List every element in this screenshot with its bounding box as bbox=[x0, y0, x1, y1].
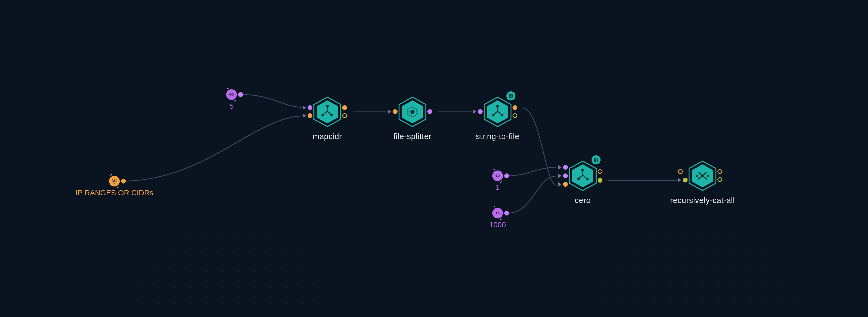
output-port[interactable] bbox=[238, 92, 243, 97]
hexagon-icon bbox=[567, 160, 599, 192]
param-thousand[interactable]: 1000 bbox=[492, 208, 503, 219]
node-label: recursively-cat-all bbox=[670, 196, 735, 205]
input-port[interactable] bbox=[563, 173, 568, 178]
param-one[interactable]: 1 bbox=[492, 171, 503, 181]
input-port[interactable] bbox=[308, 105, 312, 110]
output-port[interactable] bbox=[427, 109, 432, 114]
hexagon-icon bbox=[311, 96, 343, 128]
svg-marker-2 bbox=[317, 100, 338, 123]
svg-point-5 bbox=[331, 114, 333, 116]
svg-point-17 bbox=[582, 169, 584, 171]
code-icon bbox=[226, 89, 237, 100]
input-arrow-icon bbox=[473, 110, 476, 114]
code-icon bbox=[492, 171, 503, 181]
param-label: IP RANGES OR CIDRs bbox=[75, 189, 153, 197]
node-label: cero bbox=[575, 196, 591, 205]
output-port[interactable] bbox=[513, 113, 517, 118]
svg-point-23 bbox=[707, 175, 709, 177]
input-port[interactable] bbox=[678, 169, 683, 174]
input-port[interactable] bbox=[478, 109, 483, 114]
edge-layer bbox=[0, 0, 868, 317]
node-mapcidr[interactable]: mapcidr bbox=[311, 96, 343, 128]
svg-point-0 bbox=[114, 180, 115, 182]
input-port[interactable] bbox=[563, 182, 568, 187]
code-icon bbox=[492, 208, 503, 219]
node-cero[interactable]: cero bbox=[567, 160, 599, 192]
input-port[interactable] bbox=[393, 109, 398, 114]
output-port[interactable] bbox=[598, 169, 602, 174]
input-arrow-icon bbox=[303, 114, 306, 118]
svg-point-4 bbox=[322, 114, 324, 116]
output-port[interactable] bbox=[717, 177, 722, 182]
svg-point-3 bbox=[326, 105, 328, 107]
svg-point-9 bbox=[411, 110, 414, 114]
output-port[interactable] bbox=[504, 211, 509, 215]
settings-icon bbox=[109, 176, 120, 186]
hexagon-icon bbox=[482, 96, 514, 128]
svg-point-13 bbox=[492, 114, 494, 116]
svg-point-12 bbox=[497, 105, 498, 107]
input-arrow-icon bbox=[558, 165, 561, 169]
input-port[interactable] bbox=[308, 113, 312, 118]
svg-marker-16 bbox=[572, 164, 593, 187]
svg-point-14 bbox=[501, 114, 503, 116]
output-port[interactable] bbox=[504, 173, 509, 178]
param-label: 1000 bbox=[489, 221, 506, 229]
input-arrow-icon bbox=[678, 178, 681, 182]
node-label: mapcidr bbox=[313, 132, 342, 141]
grid-badge-icon bbox=[505, 91, 516, 101]
svg-point-19 bbox=[586, 178, 588, 180]
input-arrow-icon bbox=[558, 182, 561, 186]
hexagon-icon bbox=[397, 96, 428, 128]
output-port[interactable] bbox=[717, 169, 722, 174]
node-string-to-file[interactable]: string-to-file bbox=[482, 96, 514, 128]
param-five[interactable]: 5 bbox=[226, 89, 237, 100]
node-label: string-to-file bbox=[476, 132, 519, 141]
output-port[interactable] bbox=[342, 113, 347, 118]
svg-point-18 bbox=[578, 178, 579, 180]
input-arrow-icon bbox=[303, 106, 306, 110]
hexagon-icon bbox=[686, 160, 718, 192]
svg-point-22 bbox=[696, 175, 698, 177]
node-label: file-splitter bbox=[393, 132, 431, 141]
input-arrow-icon bbox=[558, 174, 561, 178]
input-port[interactable] bbox=[563, 165, 568, 170]
node-file-splitter[interactable]: file-splitter bbox=[397, 96, 428, 128]
output-port[interactable] bbox=[598, 178, 602, 183]
param-ip-ranges[interactable]: IP RANGES OR CIDRs bbox=[109, 176, 120, 186]
param-label: 5 bbox=[229, 102, 234, 111]
output-port[interactable] bbox=[342, 105, 347, 110]
node-recursively-cat-all[interactable]: recursively-cat-all bbox=[686, 160, 718, 192]
output-port[interactable] bbox=[121, 179, 126, 183]
param-label: 1 bbox=[495, 183, 500, 192]
grid-badge-icon bbox=[591, 154, 601, 165]
input-arrow-icon bbox=[388, 110, 391, 114]
output-port[interactable] bbox=[513, 105, 517, 110]
svg-marker-11 bbox=[487, 100, 508, 123]
input-port[interactable] bbox=[683, 178, 688, 182]
